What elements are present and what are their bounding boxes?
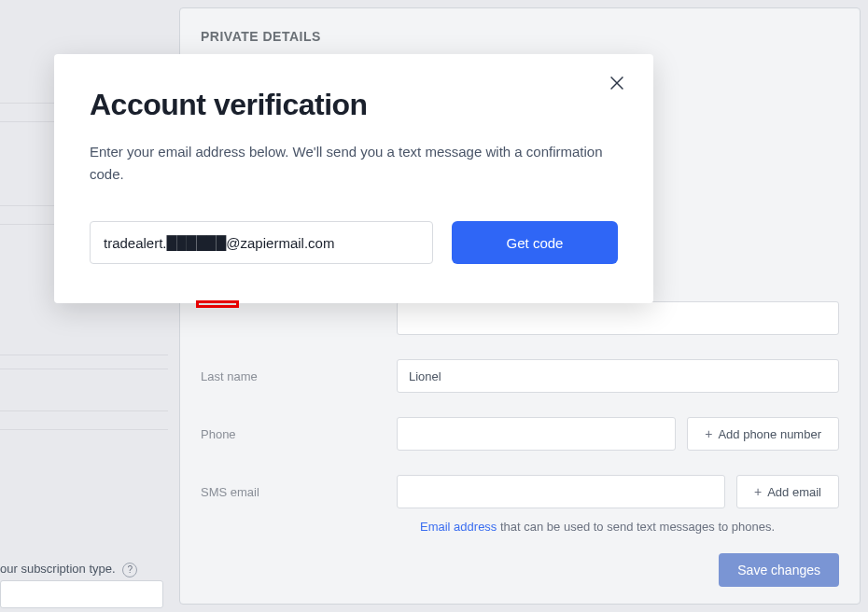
sidebar-divider [0, 410, 168, 411]
email-address-link[interactable]: Email address [420, 520, 497, 534]
form-row-lastname: Last name [201, 359, 839, 393]
sidebar-divider [0, 429, 168, 430]
add-phone-label: Add phone number [718, 427, 821, 441]
phone-label: Phone [201, 427, 397, 441]
form-row-sms-email: SMS email + Add email [201, 475, 839, 508]
sms-email-helper: Email address that can be used to send t… [420, 520, 839, 534]
sms-email-label: SMS email [201, 485, 397, 499]
phone-field[interactable] [397, 417, 676, 451]
last-name-label: Last name [201, 369, 397, 383]
form-row-hidden [201, 301, 839, 335]
sms-email-field[interactable] [397, 475, 725, 508]
subscription-selector[interactable] [0, 580, 163, 608]
subscription-text: our subscription type. [0, 562, 116, 576]
subscription-type-label: our subscription type. ? [0, 562, 137, 577]
add-email-label: Add email [767, 485, 821, 499]
plus-icon: + [754, 484, 762, 499]
plus-icon: + [705, 426, 712, 441]
add-phone-button[interactable]: + Add phone number [687, 417, 839, 451]
get-code-button[interactable]: Get code [452, 221, 618, 264]
modal-input-row: Get code [90, 221, 618, 264]
modal-description: Enter your email address below. We'll se… [90, 141, 618, 186]
redaction-marker [196, 300, 239, 308]
save-changes-button[interactable]: Save changes [719, 553, 839, 587]
hidden-field[interactable] [397, 301, 839, 335]
modal-title: Account verification [90, 88, 618, 122]
sidebar-divider [0, 355, 168, 355]
verification-email-field[interactable] [90, 221, 433, 264]
helper-text-rest: that can be used to send text messages t… [497, 520, 775, 534]
help-icon[interactable]: ? [122, 563, 137, 577]
form-row-phone: Phone + Add phone number [201, 417, 839, 451]
sidebar-divider [0, 369, 168, 369]
add-email-button[interactable]: + Add email [736, 475, 839, 508]
section-title: PRIVATE DETAILS [201, 29, 839, 44]
close-icon[interactable] [607, 73, 631, 97]
last-name-field[interactable] [397, 359, 839, 393]
account-verification-modal: Account verification Enter your email ad… [54, 54, 653, 303]
